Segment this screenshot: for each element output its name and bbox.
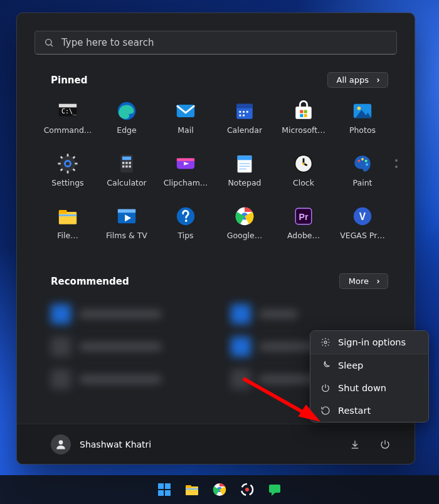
app-tile-settings[interactable]: Settings	[38, 149, 97, 202]
app-tile-label: Command…	[44, 125, 92, 135]
recommended-item[interactable]	[51, 330, 213, 363]
svg-point-89	[245, 488, 249, 491]
app-tile-label: VEGAS Pr…	[340, 231, 385, 240]
svg-text:C:\_: C:\_	[61, 108, 77, 115]
svg-line-29	[73, 169, 75, 171]
svg-rect-18	[304, 114, 307, 117]
menu-label: Shut down	[338, 383, 386, 393]
app-tile-paint[interactable]: Paint	[333, 149, 392, 202]
terminal-icon: C:\_	[57, 100, 78, 122]
taskbar-start-button[interactable]	[156, 481, 172, 498]
svg-point-55	[365, 160, 368, 162]
app-tile-films[interactable]: Films & TV	[97, 202, 156, 255]
app-tile-terminal[interactable]: C:\_Command…	[38, 97, 97, 149]
app-tile-calendar[interactable]: Calendar	[215, 97, 274, 149]
all-apps-button[interactable]: All apps	[327, 72, 389, 88]
svg-rect-80	[165, 483, 171, 489]
svg-rect-39	[129, 165, 131, 168]
search-placeholder: Type here to search	[61, 37, 154, 48]
svg-rect-37	[122, 165, 125, 168]
app-tile-photos[interactable]: Photos	[333, 97, 392, 149]
app-tile-store[interactable]: Microsoft…	[274, 97, 333, 149]
svg-rect-12	[240, 115, 241, 117]
svg-rect-81	[158, 490, 164, 496]
tips-icon	[175, 206, 196, 227]
app-tile-mail[interactable]: Mail	[156, 97, 215, 149]
store-icon	[293, 100, 314, 122]
svg-rect-59	[59, 214, 77, 216]
svg-rect-33	[122, 157, 131, 160]
moon-icon	[320, 360, 331, 370]
chevron-right-icon	[375, 77, 381, 83]
svg-marker-91	[272, 493, 275, 496]
svg-rect-82	[165, 490, 171, 496]
app-tile-label: Calculator	[107, 178, 146, 187]
menu-item-sleep[interactable]: Sleep	[310, 354, 428, 377]
menu-label: Sign-in options	[338, 337, 406, 347]
app-tile-vegas[interactable]: VVEGAS Pr…	[333, 202, 392, 255]
svg-rect-61	[118, 209, 135, 213]
app-tile-chrome[interactable]: Google…	[215, 202, 274, 255]
app-tile-label: Settings	[51, 178, 83, 187]
pinned-header: Pinned All apps	[17, 55, 415, 93]
svg-rect-16	[304, 110, 307, 113]
calendar-icon	[234, 100, 255, 122]
menu-item-restart[interactable]: Restart	[310, 399, 428, 422]
svg-rect-14	[295, 107, 312, 119]
svg-rect-15	[300, 110, 303, 113]
svg-point-20	[357, 107, 361, 110]
photos-icon	[352, 100, 373, 122]
svg-rect-79	[158, 483, 164, 489]
search-wrap: Type here to search	[17, 13, 415, 55]
downloads-button[interactable]	[349, 439, 361, 450]
app-tile-explorer[interactable]: File…	[38, 202, 97, 255]
svg-rect-83	[186, 486, 198, 495]
avatar	[51, 434, 71, 454]
svg-line-1	[51, 45, 53, 46]
recommended-item[interactable]	[51, 363, 213, 396]
menu-item-signin-options[interactable]: Sign-in options	[310, 331, 428, 354]
app-tile-edge[interactable]: Edge	[97, 97, 156, 149]
app-tile-label: Notepad	[228, 178, 261, 187]
chrome-icon	[234, 206, 255, 227]
recommended-header: Recommended More	[17, 255, 415, 294]
gear-icon	[320, 337, 331, 347]
app-tile-tips[interactable]: Tips	[156, 202, 215, 255]
chevron-right-icon	[375, 278, 381, 285]
taskbar-explorer-button[interactable]	[184, 481, 200, 498]
power-menu: Sign-in options Sleep Shut down Restart	[310, 330, 429, 423]
app-tile-label: Clipcham…	[164, 178, 208, 187]
clock-icon	[293, 153, 314, 174]
app-tile-calculator[interactable]: Calculator	[97, 149, 156, 202]
taskbar-chrome-button[interactable]	[211, 481, 228, 498]
app-tile-notepad[interactable]: Notepad	[215, 149, 274, 202]
svg-point-75	[324, 341, 327, 344]
menu-item-shut-down[interactable]: Shut down	[310, 377, 428, 399]
app-tile-label: Photos	[349, 125, 376, 135]
app-tile-clipchamp[interactable]: Clipcham…	[156, 149, 215, 202]
taskbar-chat-button[interactable]	[267, 481, 283, 498]
svg-line-31	[73, 157, 75, 159]
recommended-item[interactable]	[51, 298, 213, 330]
taskbar-app-button[interactable]	[239, 481, 255, 498]
page-indicator[interactable]	[392, 97, 401, 168]
power-button[interactable]	[379, 439, 391, 450]
recommended-item[interactable]	[231, 298, 393, 330]
clipchamp-icon	[175, 153, 196, 174]
app-tile-premiere[interactable]: PrAdobe…	[274, 202, 333, 255]
svg-text:Pr: Pr	[299, 212, 309, 222]
notepad-icon	[234, 153, 255, 174]
more-button[interactable]: More	[339, 273, 388, 289]
app-tile-clock[interactable]: Clock	[274, 149, 333, 202]
svg-text:V: V	[359, 211, 366, 222]
restart-icon	[320, 406, 331, 416]
user-account-button[interactable]: Shashwat Khatri	[51, 434, 151, 454]
taskbar	[0, 475, 439, 504]
svg-point-52	[302, 162, 305, 165]
app-tile-label: Microsoft…	[282, 125, 325, 135]
svg-rect-10	[243, 111, 245, 113]
svg-point-71	[59, 440, 63, 444]
paint-icon	[352, 153, 373, 174]
search-input[interactable]: Type here to search	[34, 31, 397, 55]
app-tile-label: Google…	[227, 231, 263, 240]
